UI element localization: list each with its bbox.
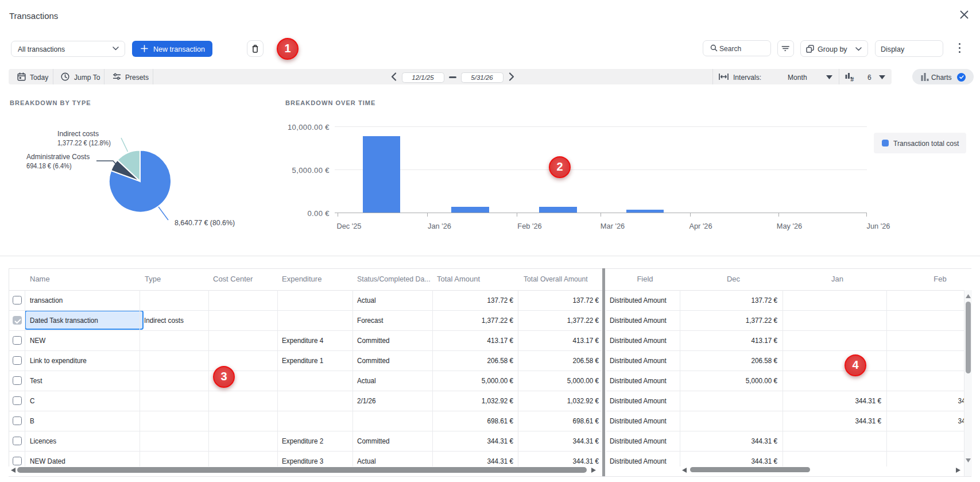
svg-text:#: # [851,76,854,82]
